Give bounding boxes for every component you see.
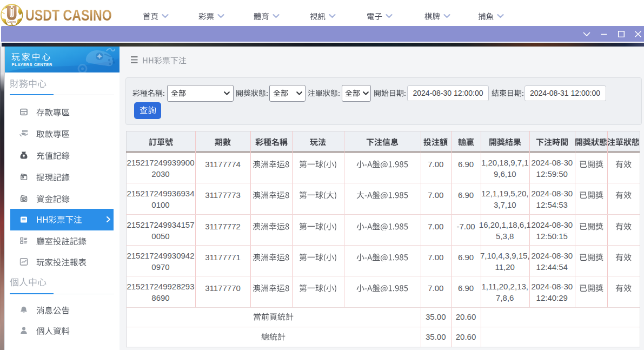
svg-text:Casino: Casino <box>8 20 16 23</box>
